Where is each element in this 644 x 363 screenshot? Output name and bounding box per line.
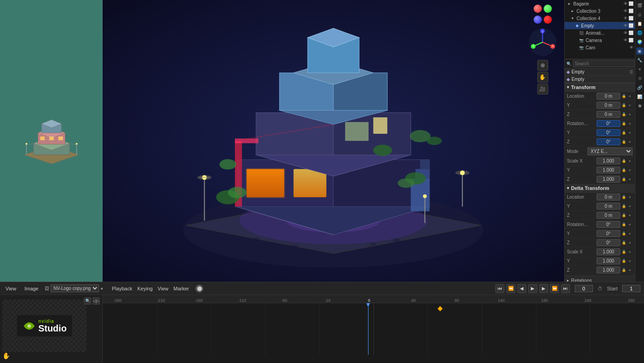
start-frame-input[interactable] xyxy=(622,285,640,292)
scene-icon[interactable]: 🌐 xyxy=(636,29,644,37)
world-icon[interactable]: 🌍 xyxy=(636,38,644,46)
main-viewport[interactable]: Z X Y ⊕ ✋ 🎥 xyxy=(103,0,564,282)
zoom-chevron[interactable]: ◁▷ xyxy=(93,297,100,305)
cursor-tool[interactable]: ⊕ xyxy=(537,60,548,71)
rotation-x-anim[interactable]: ● xyxy=(627,121,633,126)
next-keyframe-btn[interactable]: ▶ xyxy=(539,284,548,293)
delta-loc-z[interactable]: 0 m xyxy=(597,212,620,219)
delta-loc-y-lock[interactable]: 🔒 xyxy=(621,204,627,209)
location-x-anim[interactable]: ● xyxy=(627,94,633,99)
delta-scale-z-anim[interactable]: ● xyxy=(627,268,633,273)
eye-icon-c3[interactable]: 👁 xyxy=(623,9,628,13)
rotation-z-anim[interactable]: ● xyxy=(627,139,633,145)
hand-tool[interactable]: ✋ xyxy=(537,72,548,83)
delta-loc-x-lock[interactable]: 🔒 xyxy=(621,195,627,200)
eye-icon-cam[interactable]: 👁 xyxy=(629,45,634,50)
tl-view-btn[interactable]: View xyxy=(4,285,18,292)
render-icon-camera[interactable]: ⬜ xyxy=(628,38,634,42)
delta-scale-z-lock[interactable]: 🔒 xyxy=(621,268,627,273)
render-icon-c3[interactable]: ⬜ xyxy=(628,9,634,13)
data-icon[interactable]: 📊 xyxy=(636,93,644,100)
next-frame-btn[interactable]: ⏩ xyxy=(550,284,559,293)
scale-x-lock[interactable]: 🔒 xyxy=(621,158,627,164)
eye-icon-bagarie[interactable]: 👁 xyxy=(623,1,628,6)
marker-menu[interactable]: Marker xyxy=(171,285,191,292)
jump-end-btn[interactable]: ⏭ xyxy=(561,284,570,293)
outliner-item-camera[interactable]: 📷 Camera 👁 ⬜ xyxy=(565,37,635,44)
delta-scale-x-lock[interactable]: 🔒 xyxy=(621,249,627,255)
delta-loc-x[interactable]: 0 m xyxy=(597,194,620,200)
delta-rot-x-lock[interactable]: 🔒 xyxy=(621,222,627,227)
rotation-y-value[interactable]: 0° xyxy=(597,129,620,136)
eye-icon-animati[interactable]: 👁 xyxy=(623,31,628,35)
zoom-in-icon[interactable]: 🔍 xyxy=(84,297,91,305)
constraints-icon[interactable]: 🔗 xyxy=(636,84,644,91)
current-frame-input[interactable] xyxy=(575,285,593,292)
outliner-item-empty[interactable]: ◆ Empty 👁 ⬜ xyxy=(565,22,635,29)
scale-x-value[interactable]: 1.000 xyxy=(597,158,620,164)
delta-transform-section[interactable]: ▾ Delta Transform xyxy=(565,184,635,193)
playback-menu[interactable]: Playback xyxy=(110,285,134,292)
delta-rot-y-lock[interactable]: 🔒 xyxy=(621,231,627,237)
render-icon-bagarie[interactable]: ⬜ xyxy=(628,1,634,6)
camera-tool[interactable]: 🎥 xyxy=(537,84,548,95)
rotation-y-anim[interactable]: ● xyxy=(627,130,633,136)
outliner-item-collection4[interactable]: ▾ Collection 4 👁 ⬜ xyxy=(565,15,635,22)
track-body[interactable] xyxy=(103,303,644,355)
delta-scale-x-anim[interactable]: ● xyxy=(627,249,633,255)
delta-rot-z-anim[interactable]: ● xyxy=(627,240,633,246)
scale-y-anim[interactable]: ● xyxy=(627,168,633,173)
transform-section-header[interactable]: ▾ Transform xyxy=(565,83,635,92)
location-z-lock[interactable]: 🔒 xyxy=(621,112,627,117)
delta-loc-z-lock[interactable]: 🔒 xyxy=(621,213,627,218)
location-y-value[interactable]: 0 m xyxy=(597,102,620,109)
rotation-x-lock[interactable]: 🔒 xyxy=(621,121,627,126)
material-icon[interactable]: ⬟ xyxy=(636,102,644,110)
location-z-value[interactable]: 0 m xyxy=(597,111,620,118)
delta-scale-y-lock[interactable]: 🔒 xyxy=(621,258,627,264)
modifier-icon[interactable]: 🔧 xyxy=(636,57,644,64)
image-select[interactable]: NV-Logo copy.png xyxy=(51,284,99,292)
physics-icon[interactable]: ⚙ xyxy=(636,75,644,82)
location-z-anim[interactable]: ● xyxy=(627,112,633,117)
rotation-y-lock[interactable]: 🔒 xyxy=(621,130,627,136)
render-icon-animati[interactable]: ⬜ xyxy=(628,31,634,35)
scale-y-lock[interactable]: 🔒 xyxy=(621,168,627,173)
object-props-icon[interactable]: ▣ xyxy=(636,47,644,55)
properties-search-input[interactable] xyxy=(573,60,634,67)
delta-loc-z-anim[interactable]: ● xyxy=(627,213,633,218)
location-x-value[interactable]: 0 m xyxy=(597,93,620,100)
rotation-x-value[interactable]: 0° xyxy=(597,120,620,127)
timeline-track-area[interactable]: -260 -210 -160 -110 -60 -10 0 40 90 140 … xyxy=(103,295,644,363)
rotation-z-value[interactable]: 0° xyxy=(597,138,620,145)
scale-z-anim[interactable]: ● xyxy=(627,177,633,182)
play-btn[interactable]: ▶ xyxy=(528,284,537,293)
tl-view-menu[interactable]: View xyxy=(156,285,171,292)
delta-rot-y[interactable]: 0° xyxy=(597,230,620,237)
view-layer-icon[interactable]: 📋 xyxy=(636,20,644,27)
image-select-dot[interactable]: ● xyxy=(100,286,103,291)
outliner-item-animati[interactable]: ⬛ Animati... 👁 ⬜ xyxy=(565,29,635,37)
delta-loc-x-anim[interactable]: ● xyxy=(627,195,633,200)
eye-icon-c4[interactable]: 👁 xyxy=(623,16,628,21)
eye-icon-camera[interactable]: 👁 xyxy=(623,38,628,42)
hand-tool-indicator[interactable]: ✋ xyxy=(2,352,10,359)
delta-rot-z-lock[interactable]: 🔒 xyxy=(621,240,627,246)
location-x-lock[interactable]: 🔒 xyxy=(621,94,627,99)
tl-image-btn[interactable]: Image xyxy=(23,285,41,292)
keying-menu[interactable]: Keying xyxy=(135,285,155,292)
location-y-anim[interactable]: ● xyxy=(627,103,633,108)
mode-select[interactable]: XYZ E... xyxy=(587,147,633,155)
nav-gizmo-svg[interactable]: Z X Y xyxy=(528,27,557,57)
particle-icon[interactable]: ✦ xyxy=(636,66,644,73)
scale-y-value[interactable]: 1.000 xyxy=(597,167,620,174)
relations-header[interactable]: ▸ Relations xyxy=(565,276,635,282)
outliner-item-cam[interactable]: 📷 Cam 👁 xyxy=(565,44,635,51)
render-icon-c4[interactable]: ⬜ xyxy=(628,16,634,21)
delta-loc-y[interactable]: 0 m xyxy=(597,203,620,210)
jump-start-btn[interactable]: ⏮ xyxy=(495,284,504,293)
delta-loc-y-anim[interactable]: ● xyxy=(627,204,633,209)
render-icon-empty[interactable]: ⬜ xyxy=(628,23,634,28)
eye-icon-empty[interactable]: 👁 xyxy=(623,23,628,28)
outliner-item-bagarie[interactable]: ▸ Bagarie 👁 ⬜ xyxy=(565,0,635,7)
